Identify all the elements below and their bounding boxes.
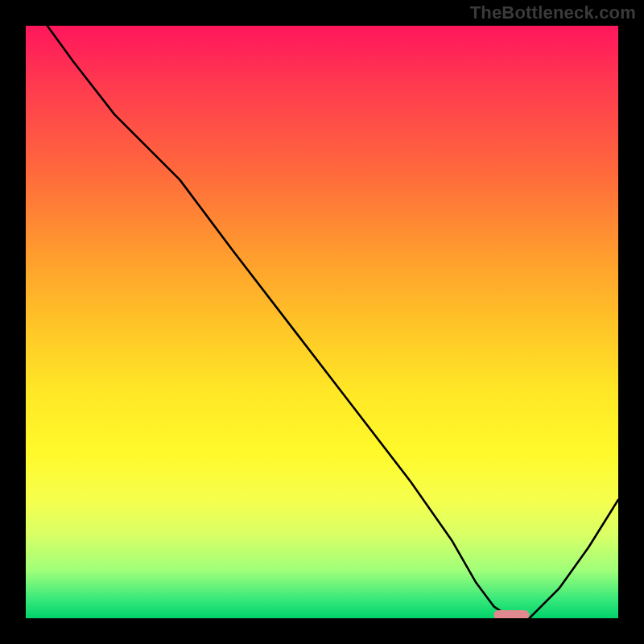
chart-container: TheBottleneck.com — [0, 0, 644, 644]
highlight-marker — [493, 610, 529, 618]
overlay-svg — [26, 26, 618, 618]
plot-area — [26, 26, 618, 618]
watermark-text: TheBottleneck.com — [470, 2, 636, 23]
bottleneck-curve — [26, 26, 618, 618]
